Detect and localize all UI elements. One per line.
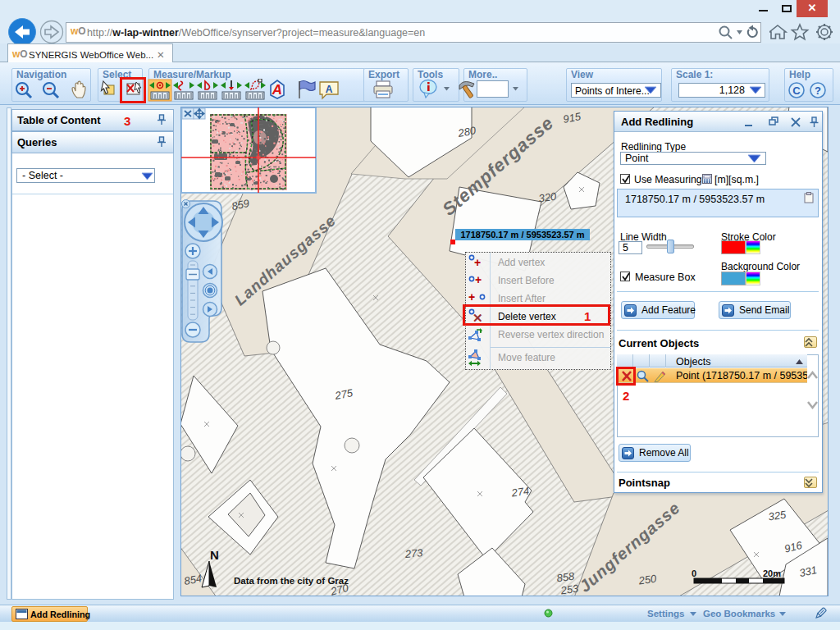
svg-text:A: A <box>326 84 333 95</box>
svg-text:320: 320 <box>538 190 558 205</box>
svg-text:N: N <box>210 548 219 562</box>
svg-text:253: 253 <box>559 582 580 596</box>
svg-text:20m: 20m <box>763 568 781 578</box>
svg-text:Data from the city of Graz: Data from the city of Graz <box>234 576 349 586</box>
svg-text:+: + <box>475 273 482 286</box>
svg-text:0: 0 <box>692 568 696 578</box>
svg-text:+: + <box>474 256 481 269</box>
svg-text:273: 273 <box>404 546 424 560</box>
svg-text:274: 274 <box>510 485 531 500</box>
svg-text:A: A <box>272 82 282 98</box>
svg-text:325: 325 <box>768 509 788 523</box>
svg-text:?: ? <box>815 84 821 97</box>
svg-text:+: + <box>468 290 475 304</box>
svg-text:C: C <box>792 84 801 97</box>
